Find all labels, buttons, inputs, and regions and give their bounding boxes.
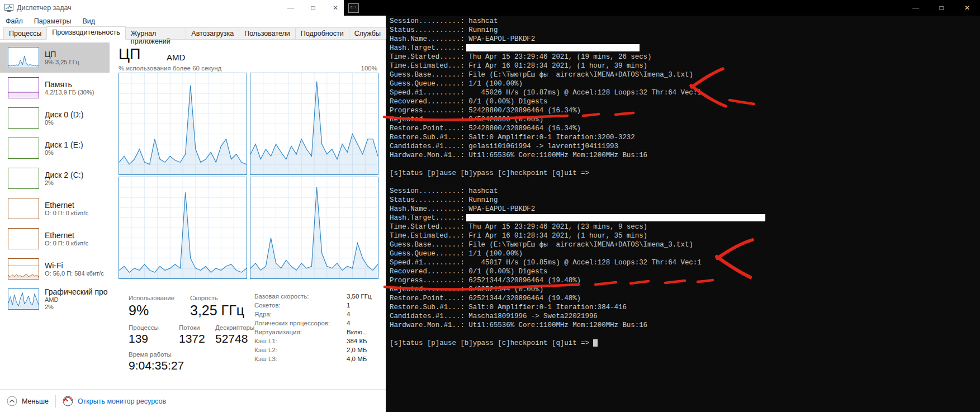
task-manager-window: Диспетчер задач —□✕ ФайлПараметрыВид Про… xyxy=(0,0,386,412)
detail-value: 1 xyxy=(347,302,350,309)
sidebar-item-title: Ethernet xyxy=(45,231,88,240)
sidebar-item-text: Диск 2 (C:)2% xyxy=(45,171,83,187)
minimize-button[interactable]: — xyxy=(903,0,929,16)
detail-label: Сокетов: xyxy=(254,302,281,309)
sidebar-item-subtitle: 2% xyxy=(45,304,108,311)
terminal-line: Time.Started.....: Thu Apr 15 23:29:46 2… xyxy=(390,222,980,231)
detail-row: Сокетов:1 xyxy=(254,302,386,311)
usage-value: 9% xyxy=(129,302,149,319)
sidebar-item-title: Память xyxy=(45,80,94,89)
tab-службы[interactable]: Службы xyxy=(349,27,386,39)
sidebar-item-disk2[interactable]: Диск 2 (C:)2% xyxy=(0,163,110,193)
sidebar-item-title: Ethernet xyxy=(45,201,88,210)
sidebar-item-text: ЦП9% 3,25 ГГц xyxy=(45,50,79,66)
console-icon: C:\ xyxy=(348,3,359,13)
cpu-core-chart-3 xyxy=(119,177,247,279)
terminal-line: Session..........: hashcat xyxy=(390,187,980,196)
sidebar-item-subtitle: 4,2/13,9 ГБ (30%) xyxy=(45,89,94,96)
terminal-prompt-line: [s]tatus [p]ause [b]ypass [c]heckpoint [… xyxy=(390,169,980,178)
sidebar-item-gpu[interactable]: Графический проAMD2% xyxy=(0,284,110,314)
tab-пользователи[interactable]: Пользователи xyxy=(239,27,296,39)
maximize-button[interactable]: □ xyxy=(302,0,324,16)
sidebar-item-text: Диск 1 (E:)0% xyxy=(45,140,83,157)
less-details-button[interactable]: Меньше xyxy=(7,396,49,406)
terminal-line: Restore.Point....: 52428800/320896464 (1… xyxy=(390,124,980,133)
detail-row: Базовая скорость:3,50 ГГц xyxy=(254,293,386,302)
less-details-label: Меньше xyxy=(22,397,49,405)
tab-процессы[interactable]: Процессы xyxy=(3,27,47,39)
terminal-line: Speed.#1.........: 45026 H/s (10.87ms) @… xyxy=(390,88,980,97)
sidebar-item-subtitle: AMD xyxy=(45,296,108,304)
detail-label: Кэш L2: xyxy=(254,347,277,353)
terminal-line: Restore.Sub.#1...: Salt:0 Amplifier:0-1 … xyxy=(390,133,980,142)
sidebar-item-text: Wi-FiО: 56,0 П: 584 кбит/с xyxy=(45,261,104,277)
disk0-mini-chart xyxy=(8,107,39,129)
sidebar-item-eth2[interactable]: EthernetО: 0 П: 0 кбит/с xyxy=(0,224,110,254)
open-resource-monitor-link[interactable]: Открыть монитор ресурсов xyxy=(63,396,166,406)
chevron-up-circle-icon xyxy=(7,396,17,406)
detail-value: Вклю... xyxy=(347,329,368,335)
detail-row: Ядра:4 xyxy=(254,311,386,320)
close-button[interactable]: ✕ xyxy=(954,0,980,16)
terminal-line: Hardware.Mon.#1..: Util:65536% Core:1100… xyxy=(390,151,980,160)
detail-row: Виртуализация:Вклю... xyxy=(254,329,386,338)
terminal-line xyxy=(390,330,980,339)
detail-row: Кэш L1:384 КБ xyxy=(254,338,386,347)
terminal-line: Restore.Sub.#1...: Salt:0 Amplifier:0-1 … xyxy=(390,303,980,312)
tab-журнал приложений[interactable]: Журнал приложений xyxy=(125,27,187,39)
cpu-model-label: AMD xyxy=(167,53,185,62)
cpu-panel-title: ЦП xyxy=(119,46,140,63)
terminal-line: Hardware.Mon.#1..: Util:65536% Core:1100… xyxy=(390,321,980,330)
minimize-button[interactable]: — xyxy=(280,0,302,16)
redaction-bar xyxy=(466,44,640,51)
sidebar-item-subtitle: 9% 3,25 ГГц xyxy=(45,59,79,66)
detail-value: 3,50 ГГц xyxy=(347,293,372,300)
uptime-value: 9:04:35:27 xyxy=(129,359,184,372)
sidebar-item-title: Wi-Fi xyxy=(45,261,104,270)
sidebar-item-subtitle: О: 56,0 П: 584 кбит/с xyxy=(45,270,104,277)
terminal-line: Guess.Base.......: File (E:\₸ыютрЁш фы a… xyxy=(390,240,980,249)
terminal-line: Candidates.#1....: gelasii01061994 -> la… xyxy=(390,142,980,151)
sidebar-item-eth1[interactable]: EthernetО: 0 П: 0 кбит/с xyxy=(0,193,110,224)
terminal-line xyxy=(390,160,980,169)
menu-item-параметры[interactable]: Параметры xyxy=(34,17,72,25)
detail-label: Кэш L3: xyxy=(254,356,277,362)
screen: Session..........: hashcatStatus........… xyxy=(0,0,980,412)
sidebar-item-memory[interactable]: Память4,2/13,9 ГБ (30%) xyxy=(0,73,110,103)
sidebar-item-cpu[interactable]: ЦП9% 3,25 ГГц xyxy=(0,42,110,73)
chart-max-label: 100% xyxy=(335,65,377,72)
sidebar-item-text: EthernetО: 0 П: 0 кбит/с xyxy=(45,201,88,217)
terminal-titlebar[interactable]: C:\ —□✕ xyxy=(344,0,980,16)
disk2-mini-chart xyxy=(8,168,39,189)
performance-sidebar: ЦП9% 3,25 ГГцПамять4,2/13,9 ГБ (30%)Диск… xyxy=(0,42,110,314)
tab-подробности[interactable]: Подробности xyxy=(295,27,349,39)
terminal-output: Session..........: hashcatStatus........… xyxy=(344,0,980,348)
detail-value: 2,0 МБ xyxy=(347,347,367,353)
sidebar-item-disk1[interactable]: Диск 1 (E:)0% xyxy=(0,133,110,163)
terminal-line: Status...........: Running xyxy=(390,26,980,35)
taskman-titlebar[interactable]: Диспетчер задач —□✕ xyxy=(0,0,386,16)
menu-item-вид[interactable]: Вид xyxy=(82,17,95,25)
terminal-line: Restore.Point....: 62521344/320896464 (1… xyxy=(390,294,980,303)
maximize-button[interactable]: □ xyxy=(929,0,954,16)
menu-item-файл[interactable]: Файл xyxy=(6,17,23,25)
usage-label: Использование xyxy=(129,295,174,301)
uptime-label: Время работы xyxy=(129,351,172,358)
cpu-core-chart-2 xyxy=(250,73,378,175)
sidebar-item-title: Диск 0 (D:) xyxy=(45,110,83,119)
processes-label: Процессы xyxy=(129,324,159,331)
sidebar-item-title: ЦП xyxy=(45,50,79,59)
task-manager-icon xyxy=(4,4,13,12)
sidebar-item-text: Диск 0 (D:)0% xyxy=(45,110,83,126)
tab-производительность[interactable]: Производительность xyxy=(46,26,125,40)
speed-label: Скорость xyxy=(190,295,218,301)
menubar: ФайлПараметрыВид xyxy=(0,16,386,27)
sidebar-item-disk0[interactable]: Диск 0 (D:)0% xyxy=(0,103,110,133)
close-button[interactable]: ✕ xyxy=(324,0,347,16)
detail-label: Базовая скорость: xyxy=(254,293,309,300)
terminal-line: Guess.Base.......: File (E:\₸ыютрЁш фы a… xyxy=(390,70,980,79)
tab-автозагрузка[interactable]: Автозагрузка xyxy=(186,27,239,39)
terminal-cursor xyxy=(593,339,598,347)
sidebar-item-wifi[interactable]: Wi-FiО: 56,0 П: 584 кбит/с xyxy=(0,254,110,284)
detail-label: Логических процессоров: xyxy=(254,320,330,326)
